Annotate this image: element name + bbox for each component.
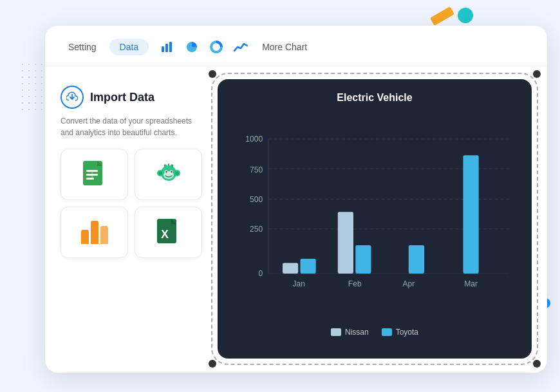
- content-area: Import Data Convert the data of your spr…: [45, 66, 547, 371]
- line-chart-icon: [234, 41, 248, 53]
- svg-text:750: 750: [250, 165, 263, 174]
- tab-setting[interactable]: Setting: [61, 39, 104, 55]
- svg-rect-2: [169, 42, 172, 52]
- svg-text:250: 250: [250, 225, 263, 234]
- svg-text:0: 0: [258, 269, 263, 278]
- svg-text:Mar: Mar: [464, 279, 478, 288]
- line-chart-icon-btn[interactable]: [230, 36, 252, 58]
- svg-point-17: [165, 171, 167, 173]
- import-icon: [61, 86, 84, 109]
- excel-tile[interactable]: X: [135, 207, 202, 258]
- svg-rect-1: [165, 44, 168, 52]
- legend-nissan: Nissan: [331, 328, 369, 337]
- toyota-label: Toyota: [396, 328, 418, 337]
- svg-text:1000: 1000: [245, 135, 263, 144]
- chart-area: Electric Vehicle 1000: [218, 79, 532, 359]
- tab-data[interactable]: Data: [109, 39, 149, 55]
- bar-feb-toyota: [355, 245, 371, 274]
- nissan-label: Nissan: [345, 328, 369, 337]
- svg-text:Jan: Jan: [293, 279, 306, 288]
- bar-mar-toyota: [463, 155, 479, 274]
- chart-legend: Nissan Toyota: [233, 328, 516, 337]
- circle-decoration: [458, 8, 473, 23]
- resize-handle-bl[interactable]: [209, 360, 216, 368]
- import-title: Import Data: [90, 91, 154, 104]
- import-description: Convert the data of your spreadsheets an…: [61, 115, 202, 138]
- bar-jan-toyota: [301, 259, 316, 274]
- typeform-tile[interactable]: [135, 149, 202, 200]
- more-chart-label[interactable]: More Chart: [262, 42, 307, 52]
- legend-toyota: Toyota: [382, 328, 418, 337]
- svg-text:Apr: Apr: [402, 279, 415, 288]
- nissan-swatch: [331, 328, 341, 336]
- toolbar: Setting Data: [45, 26, 547, 66]
- bar-apr-toyota: [409, 245, 424, 274]
- bar-feb-nissan: [338, 212, 353, 274]
- google-sheets-tile[interactable]: [61, 149, 128, 200]
- resize-handle-tr[interactable]: [533, 70, 541, 78]
- svg-point-13: [175, 171, 179, 175]
- excel-icon: X: [156, 218, 182, 247]
- toyota-swatch: [382, 328, 392, 336]
- cloud-upload-icon: [66, 91, 78, 103]
- bar-chart-icon-btn[interactable]: [156, 36, 178, 58]
- resize-handle-tl[interactable]: [209, 70, 216, 78]
- pencil-decoration: [430, 6, 454, 26]
- donut-chart-icon-btn[interactable]: [205, 36, 227, 58]
- import-panel: Import Data Convert the data of your spr…: [61, 79, 202, 359]
- typeform-icon: [154, 160, 183, 189]
- svg-point-11: [158, 171, 162, 175]
- svg-text:Feb: Feb: [348, 279, 362, 288]
- svg-point-18: [171, 171, 172, 173]
- chart-container: Electric Vehicle 1000: [218, 79, 532, 359]
- donut-chart-icon: [210, 41, 223, 53]
- chart-svg: 1000 750 500 250 0: [233, 111, 516, 322]
- bar-chart-icon: [161, 41, 174, 53]
- pie-chart-icon: [185, 41, 198, 53]
- svg-text:X: X: [161, 228, 169, 241]
- svg-rect-7: [86, 178, 94, 180]
- import-grid: X: [61, 149, 202, 258]
- google-sheets-icon: [82, 160, 107, 189]
- analytics-tile[interactable]: [61, 207, 128, 258]
- resize-handle-br[interactable]: [533, 360, 541, 368]
- bar-chart-svg: 1000 750 500 250 0: [233, 111, 516, 322]
- main-card: Setting Data: [45, 26, 547, 373]
- import-title-row: Import Data: [61, 86, 202, 109]
- pie-chart-icon-btn[interactable]: [181, 36, 203, 58]
- analytics-icon: [81, 221, 108, 244]
- svg-text:500: 500: [250, 195, 263, 204]
- chart-type-icons: [156, 36, 252, 58]
- svg-rect-0: [162, 46, 164, 52]
- bar-jan-nissan: [283, 263, 298, 274]
- chart-title: Electric Vehicle: [233, 92, 516, 104]
